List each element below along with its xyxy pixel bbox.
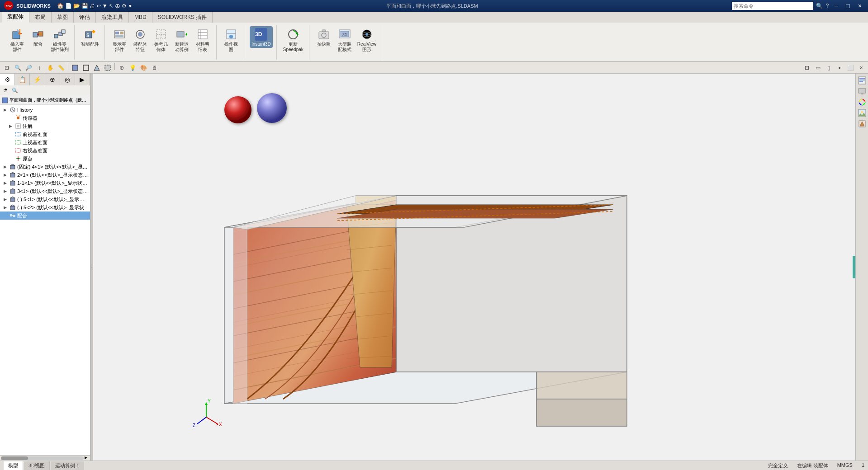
left-search-icon[interactable]: 🔍 (10, 87, 19, 95)
status-tab-model[interactable]: 模型 (4, 461, 23, 470)
ribbon-content: 插入零部件 配合 (0, 23, 868, 61)
view-section-button[interactable]: ⊕ (117, 63, 127, 73)
snapshot-button[interactable]: 拍快照 (314, 26, 334, 53)
tab-assembly[interactable]: 装配体 (2, 12, 29, 23)
mate-button[interactable]: 配合 (28, 26, 48, 53)
view-split-h-button[interactable]: ▭ (813, 63, 823, 73)
options-icon[interactable]: ⚙ (122, 3, 127, 9)
ops-view-button[interactable]: 操作视图 (221, 26, 241, 53)
view-measure-button[interactable]: 📏 (56, 63, 66, 73)
open-icon[interactable]: 📂 (73, 3, 80, 9)
update-speedpak-button[interactable]: 更新Speedpak (281, 26, 305, 53)
search-icon[interactable]: 🔍 (816, 3, 823, 9)
left-scrollbar[interactable] (1, 456, 84, 460)
arrow-icon[interactable]: ▼ (102, 3, 108, 9)
dropdown-icon[interactable]: ▼ (128, 4, 133, 9)
cursor-icon[interactable]: ↖ (109, 3, 114, 9)
rp-color-button[interactable] (857, 97, 867, 107)
tree-item-top[interactable]: 上视基准面 (0, 138, 90, 146)
left-tab-property[interactable]: 📋 (15, 74, 30, 85)
status-tab-motion[interactable]: 运动算例 1 (51, 461, 84, 470)
smart-component-button[interactable]: S 智能配件 (79, 26, 101, 48)
print-icon[interactable]: 🖨 (90, 3, 95, 9)
left-tab-expand[interactable]: ▶ (75, 74, 90, 85)
left-tab-dimxpert[interactable]: ⊕ (45, 74, 60, 85)
tree-item-part3[interactable]: ▶ 1-1<1> (默认<<默认>_显示状态 1 (0, 179, 90, 187)
view-quad-button[interactable]: ▪ (835, 63, 844, 73)
assembly-feature-button[interactable]: 装配体特征 (130, 26, 150, 53)
tab-evaluate[interactable]: 评估 (74, 12, 96, 23)
ops-view-label: 操作视图 (224, 42, 238, 52)
view-edges-button[interactable] (92, 63, 102, 73)
viewport[interactable]: Y X Z (93, 74, 855, 461)
tab-plugins[interactable]: SOLIDWORKS 插件 (152, 12, 213, 23)
tree-item-right[interactable]: 右视基准面 (0, 146, 90, 155)
tree-item-mate[interactable]: 配合 (0, 212, 90, 220)
tree-item-part1[interactable]: ▶ (固定) 4<1> (默认<<默认>_显示状 (0, 163, 90, 171)
minimize-button[interactable]: − (831, 1, 840, 10)
undo-icon[interactable]: ↩ (96, 3, 101, 9)
reference-geo-button[interactable]: 参考几何体 (151, 26, 171, 53)
tree-item-part6[interactable]: ▶ (-) 5<2> (默认<<默认>_显示状 (0, 203, 90, 212)
tree-item-front[interactable]: 前视基准面 (0, 130, 90, 138)
rp-display-button[interactable] (857, 86, 867, 96)
rp-view-palette-button[interactable] (857, 75, 867, 85)
left-tab-features[interactable]: ⚙ (0, 74, 15, 85)
expand-icon[interactable]: ⊕ (115, 2, 120, 9)
show-parts-button[interactable]: 显示零部件 (109, 26, 129, 53)
large-asm-button[interactable]: 大型 大型装配模式 (335, 26, 355, 53)
left-tab-config[interactable]: ⚡ (30, 74, 45, 85)
linear-array-button[interactable]: 线性零部件阵列 (49, 26, 71, 53)
view-split-v-button[interactable]: ▯ (824, 63, 834, 73)
view-maximize-button[interactable]: ⬜ (845, 63, 855, 73)
realview-button[interactable]: RealView图形 (356, 26, 378, 53)
restore-button[interactable]: □ (843, 1, 852, 10)
view-shaded-button[interactable] (70, 63, 80, 73)
view-light-button[interactable]: 💡 (128, 63, 138, 73)
tab-sketch[interactable]: 草图 (52, 12, 74, 23)
view-wireframe-button[interactable] (81, 63, 91, 73)
left-scroll-thumb[interactable] (1, 456, 28, 460)
home-icon[interactable]: 🏠 (57, 3, 64, 9)
new-motion-button[interactable]: 新建运动算例 (172, 26, 192, 53)
status-tab-3dview[interactable]: 3D视图 (24, 461, 50, 470)
tab-mbd[interactable]: MBD (129, 12, 152, 23)
view-zoom2-button[interactable]: 🔎 (24, 63, 33, 73)
view-close-button[interactable]: × (856, 63, 866, 73)
tree-item-history[interactable]: ▶ History (0, 106, 90, 114)
tab-layout[interactable]: 布局 (29, 12, 52, 23)
tree-item-note[interactable]: ▶ 注解 (0, 122, 90, 130)
blue-sphere[interactable] (257, 93, 287, 123)
view-color-button[interactable]: 🎨 (138, 63, 148, 73)
rp-decals-button[interactable] (857, 119, 867, 129)
realview-icon (360, 27, 374, 42)
left-filter-icon[interactable]: ⚗ (1, 87, 10, 95)
view-pan-button[interactable]: ✋ (45, 63, 55, 73)
view-display-button[interactable]: 🖥 (149, 63, 159, 73)
panel-handle[interactable] (853, 256, 855, 278)
tree-item-part2[interactable]: ▶ 2<1> (默认<<默认>_显示状态 1> (0, 171, 90, 179)
help-icon[interactable]: ? (825, 3, 829, 9)
part3-label: 1-1<1> (默认<<默认>_显示状态 1 (17, 180, 89, 187)
insert-part-button[interactable]: 插入零部件 (7, 26, 27, 53)
view-home-button[interactable]: ⊡ (2, 63, 12, 73)
view-full-button[interactable]: ⊡ (802, 63, 812, 73)
search-input[interactable] (732, 2, 813, 10)
bom-button[interactable]: 材料明细表 (193, 26, 213, 53)
rp-scenes-button[interactable] (857, 108, 867, 118)
tree-item-part4[interactable]: ▶ 3<1> (默认<<默认>_显示状态 1> (0, 187, 90, 195)
tab-render[interactable]: 渲染工具 (96, 12, 129, 23)
tree-item-sensor[interactable]: 传感器 (0, 114, 90, 122)
close-button[interactable]: × (855, 1, 864, 10)
left-tab-display[interactable]: ◎ (60, 74, 75, 85)
view-zoom-button[interactable]: 🔍 (13, 63, 23, 73)
tree-item-part5[interactable]: ▶ (-) 5<1> (默认<<默认>_显示状态 (0, 195, 90, 203)
save-icon[interactable]: 💾 (81, 3, 88, 9)
instant3d-button[interactable]: 3D Instant3D (250, 26, 273, 48)
tree-item-origin[interactable]: 原点 (0, 155, 90, 163)
scroll-right-btn[interactable]: ▶ (85, 456, 90, 461)
new-icon[interactable]: 📄 (65, 3, 72, 9)
view-hidden-button[interactable] (103, 63, 113, 73)
red-sphere[interactable] (224, 96, 251, 123)
view-rotate-button[interactable]: ↕ (34, 63, 44, 73)
